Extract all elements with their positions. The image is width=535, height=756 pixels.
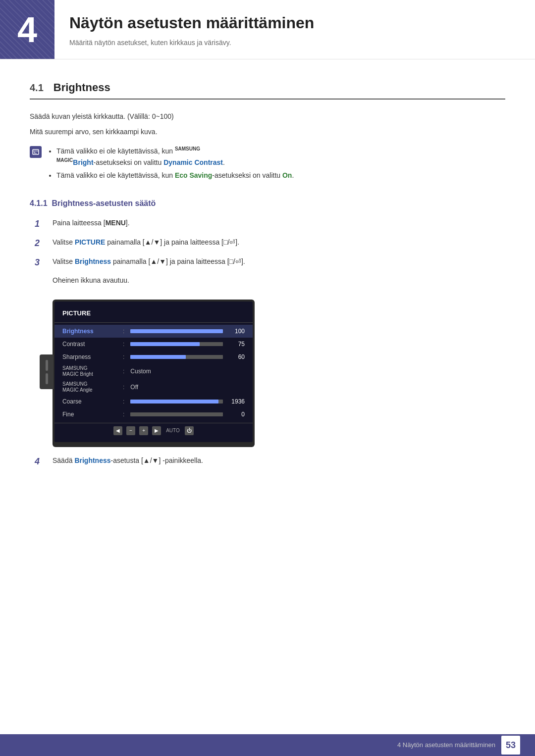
- osd-btn-plus: +: [139, 426, 148, 435]
- osd-footer: ◀ − + ▶ AUTO ⏻: [54, 423, 253, 438]
- step-3-note: Oheinen ikkuna avautuu.: [53, 275, 505, 286]
- step-1: 1 Paina laitteessa [MENU].: [35, 217, 505, 231]
- osd-btn-enter: ▶: [152, 426, 161, 435]
- osd-bar-fill-brightness: [130, 329, 223, 333]
- subsection-title: Brightness-asetusten säätö: [52, 199, 156, 207]
- osd-value-fine: 0: [227, 410, 245, 419]
- osd-bar-fill-sharpness: [130, 355, 186, 359]
- osd-label-coarse: Coarse: [62, 397, 117, 406]
- osd-header: PICTURE: [54, 305, 253, 323]
- osd-sep-3: :: [123, 353, 124, 361]
- monitor-outer: PICTURE Brightness : 100: [53, 300, 255, 447]
- osd-btn-auto-label: AUTO: [166, 427, 180, 434]
- subsection-number: 4.1.1: [30, 199, 48, 207]
- osd-label-magic-angle: SAMSUNGMAGIC Angle: [62, 381, 117, 393]
- osd-row-fine: Fine : 0: [54, 408, 253, 421]
- osd-sep-4: :: [123, 367, 124, 376]
- osd-bar-sharpness: [130, 355, 223, 359]
- para-2: Mitä suurempi arvo, sen kirkkaampi kuva.: [30, 127, 505, 137]
- header-title-area: Näytön asetusten määrittäminen Määritä n…: [54, 0, 535, 59]
- osd-label-brightness: Brightness: [62, 327, 117, 336]
- note-icon: [30, 146, 42, 158]
- note-list: Tämä valikko ei ole käytettävissä, kun S…: [49, 145, 294, 184]
- osd-label-fine: Fine: [62, 410, 117, 419]
- main-content: 4.1 Brightness Säädä kuvan yleistä kirkk…: [0, 59, 535, 514]
- step-text-4: Säädä Brightness-asetusta [▲/▼] -painikk…: [53, 455, 203, 466]
- step-text-1: Paina laitteessa [MENU].: [53, 217, 130, 228]
- footer-chapter-text: 4 Näytön asetusten määrittäminen: [397, 740, 495, 750]
- step-number-2: 2: [35, 237, 45, 250]
- step-4: 4 Säädä Brightness-asetusta [▲/▼] -paini…: [35, 455, 505, 468]
- svg-rect-0: [33, 150, 39, 154]
- step-3: 3 Valitse Brightness painamalla [▲/▼] ja…: [35, 256, 505, 269]
- section-heading-4-1: 4.1 Brightness: [30, 79, 505, 100]
- step-number-1: 1: [35, 217, 45, 231]
- osd-bar-coarse: [130, 400, 223, 403]
- step-text-2: Valitse PICTURE painamalla [▲/▼] ja pain…: [53, 237, 239, 248]
- para-1: Säädä kuvan yleistä kirkkautta. (Välillä…: [30, 111, 505, 122]
- page-footer: 4 Näytön asetusten määrittäminen 53: [0, 734, 535, 756]
- osd-sep-6: :: [123, 397, 124, 406]
- osd-value-magic-bright: Custom: [130, 367, 151, 376]
- osd-bar-brightness: [130, 329, 223, 333]
- chapter-title: Näytön asetusten määrittäminen: [69, 11, 520, 35]
- section-number: 4.1: [30, 80, 44, 95]
- osd-row-coarse: Coarse : 1936: [54, 395, 253, 408]
- osd-value-contrast: 75: [227, 340, 245, 349]
- osd-row-contrast: Contrast : 75: [54, 338, 253, 351]
- step-text-3: Valitse Brightness painamalla [▲/▼] ja p…: [53, 256, 245, 267]
- osd-menu: PICTURE Brightness : 100: [54, 302, 253, 442]
- osd-label-sharpness: Sharpness: [62, 353, 117, 361]
- chapter-number-text: 4: [17, 3, 37, 56]
- osd-value-brightness: 100: [227, 327, 245, 336]
- osd-bar-fill-coarse: [130, 400, 218, 403]
- osd-value-coarse: 1936: [227, 397, 245, 406]
- note-item-1: Tämä valikko ei ole käytettävissä, kun S…: [56, 145, 294, 167]
- osd-row-brightness: Brightness : 100: [54, 325, 253, 338]
- osd-btn-left: ◀: [113, 426, 122, 435]
- osd-btn-power: ⏻: [185, 426, 194, 435]
- osd-label-magic-bright: SAMSUNGMAGIC Bright: [62, 365, 117, 377]
- note-item-2: Tämä valikko ei ole käytettävissä, kun E…: [56, 170, 294, 181]
- section-title: Brightness: [54, 79, 110, 96]
- monitor-illustration: PICTURE Brightness : 100: [53, 300, 255, 447]
- osd-btn-minus: −: [126, 426, 135, 435]
- osd-sep-5: :: [123, 383, 124, 392]
- osd-row-magic-angle: SAMSUNGMAGIC Angle : Off: [54, 379, 253, 395]
- osd-sep-1: :: [123, 327, 124, 336]
- chapter-subtitle: Määritä näytön asetukset, kuten kirkkaus…: [69, 38, 520, 48]
- page-header: 4 Näytön asetusten määrittäminen Määritä…: [0, 0, 535, 59]
- step-number-4: 4: [35, 455, 45, 468]
- osd-bar-fine: [130, 412, 223, 416]
- osd-row-sharpness: Sharpness : 60: [54, 351, 253, 363]
- footer-page-number: 53: [501, 736, 520, 755]
- note-block: Tämä valikko ei ole käytettävissä, kun S…: [30, 145, 505, 184]
- osd-row-magic-bright: SAMSUNGMAGIC Bright : Custom: [54, 363, 253, 379]
- step-2: 2 Valitse PICTURE painamalla [▲/▼] ja pa…: [35, 237, 505, 250]
- chapter-number: 4: [0, 0, 54, 59]
- osd-value-sharpness: 60: [227, 353, 245, 361]
- steps-list: 1 Paina laitteessa [MENU]. 2 Valitse PIC…: [35, 217, 505, 468]
- subsection-heading-4-1-1: 4.1.1 Brightness-asetusten säätö: [30, 198, 505, 209]
- step-number-3: 3: [35, 256, 45, 269]
- osd-sep-2: :: [123, 340, 124, 349]
- osd-bar-fill-contrast: [130, 342, 200, 346]
- osd-label-contrast: Contrast: [62, 340, 117, 349]
- osd-bar-contrast: [130, 342, 223, 346]
- monitor-screen: PICTURE Brightness : 100: [54, 302, 253, 442]
- osd-sep-7: :: [123, 410, 124, 419]
- osd-value-magic-angle: Off: [130, 383, 138, 392]
